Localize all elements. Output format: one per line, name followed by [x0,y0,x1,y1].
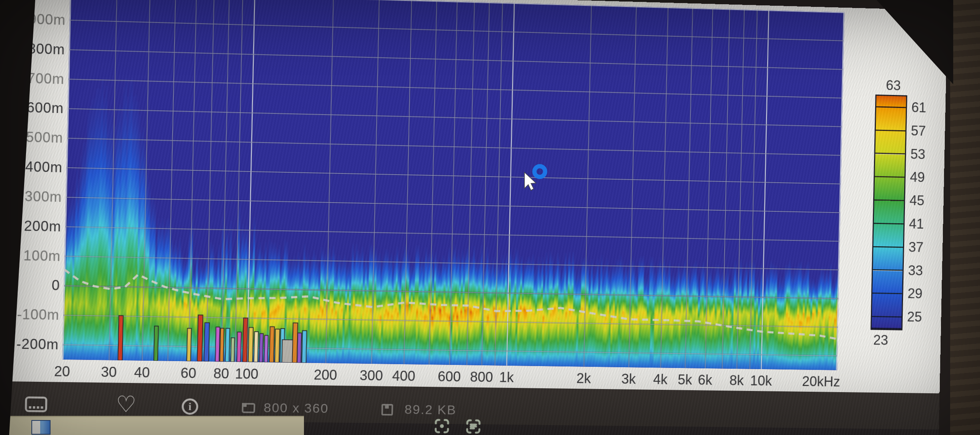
color-scale-tick-label: 23 [873,332,889,348]
color-scale-segment [872,317,902,329]
color-scale-tick-label: 61 [911,100,927,116]
lens-capture-icon[interactable] [434,419,450,434]
monitor-screen: 900m800m700m600m500m400m300m200m100m0-10… [8,0,947,435]
window-icon[interactable] [31,420,51,435]
spectrogram-plot[interactable] [62,0,844,370]
color-scale-tick-label: 37 [908,239,924,255]
x-tick-label: 100 [216,365,278,383]
color-scale-tick-label: 33 [908,262,923,278]
favorite-icon[interactable]: ♡ [116,393,137,415]
color-scale-segment [876,107,906,131]
color-scale-segment [873,247,903,271]
color-scale-segment [875,131,905,155]
color-scale-segment [873,224,903,248]
text-capture-icon[interactable] [466,419,481,434]
image-dimensions: 800 x 360 [263,400,329,416]
y-tick-label: -100m [13,306,60,324]
photo-scene: 900m800m700m600m500m400m300m200m100m0-10… [0,0,980,435]
color-scale-tick-label: 25 [907,309,922,325]
y-tick-label: 0 [13,277,60,294]
color-scale-tick-label: 53 [910,146,926,162]
x-tick-label: 1k [476,369,537,386]
file-size-icon [381,404,393,415]
spectrogram-heatmap [62,0,844,370]
color-scale-tick-label: 45 [909,193,924,209]
color-scale-tick-label: 29 [907,286,923,302]
color-scale-segment [874,177,905,201]
color-scale-tick-label: 49 [910,169,925,185]
color-scale-bar [871,95,907,330]
x-tick-label: 20kHz [791,373,851,390]
color-scale-segment [874,201,904,224]
desk-surface [6,416,304,435]
y-tick-label: 100m [14,247,61,264]
file-size: 89.2 KB [404,402,456,417]
color-scale-segment [875,154,905,178]
color-scale-tick-label: 63 [886,77,901,93]
photo-background-right [950,0,980,435]
color-scale-tick-label: 41 [909,216,924,232]
spectrogram-app-canvas: 900m800m700m600m500m400m300m200m100m0-10… [10,0,947,393]
color-scale-tick-label: 57 [911,123,926,139]
y-tick-label: -200m [12,336,59,353]
x-tick-label: 10k [731,373,791,389]
color-scale-segment [872,270,903,294]
dimensions-icon [242,403,255,413]
color-scale-segment [876,96,906,108]
color-scale-segment [872,294,902,317]
thumbnails-icon[interactable] [25,396,47,412]
